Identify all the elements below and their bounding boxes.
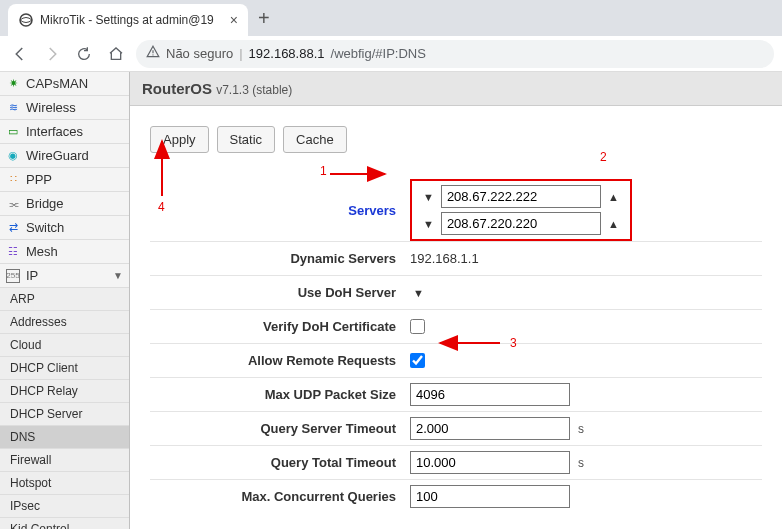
sidebar-item-label: ARP <box>10 292 123 306</box>
sidebar-item-label: Switch <box>26 220 123 235</box>
sidebar-item-hotspot[interactable]: Hotspot <box>0 472 129 495</box>
sidebar-item-label: DHCP Client <box>10 361 123 375</box>
sidebar-item-dhcp-server[interactable]: DHCP Server <box>0 403 129 426</box>
ppp-icon: ∷ <box>6 173 20 187</box>
sidebar-item-label: Cloud <box>10 338 123 352</box>
favicon-icon <box>18 12 34 28</box>
sidebar: ✷CAPsMAN ≋Wireless ▭Interfaces ◉WireGuar… <box>0 72 130 529</box>
max-udp-input[interactable] <box>410 383 570 406</box>
sidebar-item-dns[interactable]: DNS <box>0 426 129 449</box>
servers-highlight-box: ▼ ▲ ▼ ▲ <box>410 179 632 241</box>
row-query-total-timeout: Query Total Timeout s <box>150 445 762 479</box>
browser-toolbar: Não seguro | 192.168.88.1/webfig/#IP:DNS <box>0 36 782 72</box>
sidebar-item-label: DHCP Server <box>10 407 123 421</box>
dynamic-servers-value: 192.168.1.1 <box>410 251 479 266</box>
browser-tab[interactable]: MikroTik - Settings at admin@19 × <box>8 4 248 36</box>
allow-remote-label: Allow Remote Requests <box>150 353 410 368</box>
row-dynamic-servers: Dynamic Servers 192.168.1.1 <box>150 241 762 275</box>
allow-remote-checkbox[interactable] <box>410 353 425 368</box>
sidebar-item-ipsec[interactable]: IPsec <box>0 495 129 518</box>
row-use-doh: Use DoH Server ▼ <box>150 275 762 309</box>
home-button[interactable] <box>104 42 128 66</box>
forward-button[interactable] <box>40 42 64 66</box>
sidebar-item-label: Firewall <box>10 453 123 467</box>
sidebar-item-label: DNS <box>10 430 123 444</box>
sidebar-item-kid-control[interactable]: Kid Control <box>0 518 129 529</box>
sidebar-item-dhcp-client[interactable]: DHCP Client <box>0 357 129 380</box>
sidebar-item-capsman[interactable]: ✷CAPsMAN <box>0 72 129 96</box>
server-input-1[interactable] <box>441 185 601 208</box>
sidebar-item-label: PPP <box>26 172 123 187</box>
verify-doh-checkbox[interactable] <box>410 319 425 334</box>
sidebar-item-ppp[interactable]: ∷PPP <box>0 168 129 192</box>
ip-icon: 255 <box>6 269 20 283</box>
row-query-server-timeout: Query Server Timeout s <box>150 411 762 445</box>
main-panel: RouterOS v7.1.3 (stable) Apply Static Ca… <box>130 72 782 529</box>
sidebar-item-switch[interactable]: ⇄Switch <box>0 216 129 240</box>
sidebar-item-label: Interfaces <box>26 124 123 139</box>
sidebar-item-label: Mesh <box>26 244 123 259</box>
expand-doh-icon[interactable]: ▼ <box>410 287 427 299</box>
mesh-icon: ☷ <box>6 245 20 259</box>
insecure-label: Não seguro <box>166 46 233 61</box>
apply-button[interactable]: Apply <box>150 126 209 153</box>
unit-seconds: s <box>578 422 584 436</box>
sidebar-item-cloud[interactable]: Cloud <box>0 334 129 357</box>
query-server-timeout-label: Query Server Timeout <box>150 421 410 436</box>
switch-icon: ⇄ <box>6 221 20 235</box>
query-total-timeout-input[interactable] <box>410 451 570 474</box>
wireguard-icon: ◉ <box>6 149 20 163</box>
sidebar-item-arp[interactable]: ARP <box>0 288 129 311</box>
sidebar-item-interfaces[interactable]: ▭Interfaces <box>0 120 129 144</box>
wireless-icon: ≋ <box>6 101 20 115</box>
sidebar-item-label: DHCP Relay <box>10 384 123 398</box>
browser-tab-strip: MikroTik - Settings at admin@19 × + <box>0 0 782 36</box>
sidebar-item-label: CAPsMAN <box>26 76 123 91</box>
sidebar-item-bridge[interactable]: ⫘Bridge <box>0 192 129 216</box>
row-max-concurrent: Max. Concurrent Queries <box>150 479 762 513</box>
sidebar-item-wireless[interactable]: ≋Wireless <box>0 96 129 120</box>
static-button[interactable]: Static <box>217 126 276 153</box>
product-version: v7.1.3 (stable) <box>216 83 292 97</box>
sidebar-item-dhcp-relay[interactable]: DHCP Relay <box>0 380 129 403</box>
svg-point-0 <box>20 14 32 26</box>
insecure-icon <box>146 45 160 62</box>
product-name: RouterOS <box>142 80 212 97</box>
remove-server-icon[interactable]: ▼ <box>420 218 437 230</box>
url-path: /webfig/#IP:DNS <box>331 46 426 61</box>
back-button[interactable] <box>8 42 32 66</box>
remove-server-icon[interactable]: ▼ <box>420 191 437 203</box>
server-input-2[interactable] <box>441 212 601 235</box>
verify-doh-label: Verify DoH Certificate <box>150 319 410 334</box>
address-bar[interactable]: Não seguro | 192.168.88.1/webfig/#IP:DNS <box>136 40 774 68</box>
cache-button[interactable]: Cache <box>283 126 347 153</box>
sidebar-item-label: IPsec <box>10 499 123 513</box>
add-server-icon[interactable]: ▲ <box>605 191 622 203</box>
max-udp-label: Max UDP Packet Size <box>150 387 410 402</box>
row-allow-remote: Allow Remote Requests <box>150 343 762 377</box>
page-header: RouterOS v7.1.3 (stable) <box>130 72 782 106</box>
sidebar-item-label: Kid Control <box>10 522 123 529</box>
sidebar-item-wireguard[interactable]: ◉WireGuard <box>0 144 129 168</box>
sidebar-item-label: WireGuard <box>26 148 123 163</box>
close-icon[interactable]: × <box>230 12 238 28</box>
max-concurrent-input[interactable] <box>410 485 570 508</box>
servers-label: Servers <box>150 203 410 218</box>
reload-button[interactable] <box>72 42 96 66</box>
unit-seconds: s <box>578 456 584 470</box>
url-separator: | <box>239 46 242 61</box>
sidebar-item-label: Wireless <box>26 100 123 115</box>
query-server-timeout-input[interactable] <box>410 417 570 440</box>
new-tab-button[interactable]: + <box>248 7 280 30</box>
use-doh-label: Use DoH Server <box>150 285 410 300</box>
row-servers: Servers ▼ ▲ ▼ ▲ <box>150 179 762 241</box>
sidebar-item-firewall[interactable]: Firewall <box>0 449 129 472</box>
sidebar-item-ip[interactable]: 255IP▼ <box>0 264 129 288</box>
svg-point-2 <box>152 54 153 55</box>
sidebar-item-addresses[interactable]: Addresses <box>0 311 129 334</box>
add-server-icon[interactable]: ▲ <box>605 218 622 230</box>
sidebar-item-label: Bridge <box>26 196 123 211</box>
sidebar-item-mesh[interactable]: ☷Mesh <box>0 240 129 264</box>
annotation-1: 1 <box>320 164 327 178</box>
max-concurrent-label: Max. Concurrent Queries <box>150 489 410 504</box>
